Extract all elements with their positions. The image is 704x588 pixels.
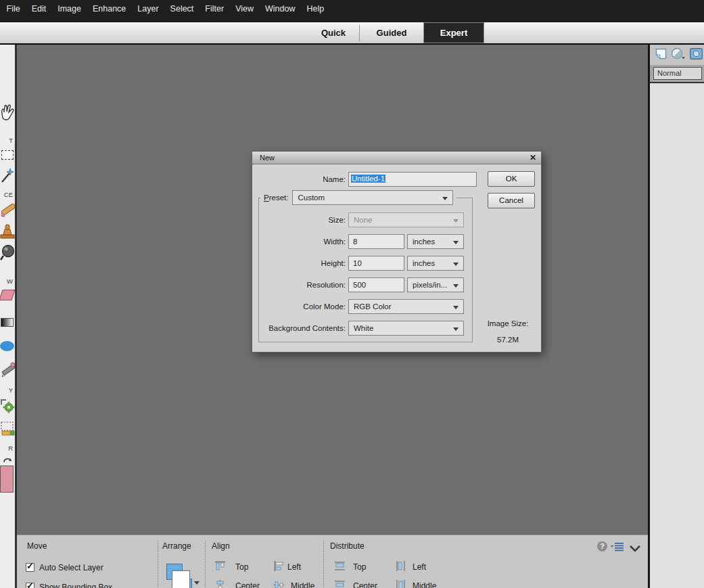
toolbox: T CE W Y xyxy=(0,45,15,588)
background-contents-select[interactable]: White xyxy=(348,321,464,336)
toolbox-group-label-enhance: CE xyxy=(0,191,13,198)
resolution-unit-select[interactable]: pixels/in... xyxy=(407,277,464,292)
move-section-title: Move xyxy=(27,541,47,551)
distribute-center-icon[interactable] xyxy=(335,580,345,588)
help-icon[interactable]: ? xyxy=(597,541,607,551)
section-divider xyxy=(323,541,324,588)
menu-image[interactable]: Image xyxy=(52,4,87,14)
color-mode-select[interactable]: RGB Color xyxy=(348,299,464,314)
check-icon: ✓ xyxy=(26,561,34,571)
recompose-tool-icon[interactable] xyxy=(0,398,15,418)
section-divider xyxy=(158,541,158,588)
resolution-label: Resolution: xyxy=(252,277,346,293)
align-center-label[interactable]: Center xyxy=(235,581,260,588)
show-bounding-box-label: Show Bounding Box xyxy=(39,583,112,588)
adjustment-layer-icon[interactable] xyxy=(671,47,686,63)
align-top-label[interactable]: Top xyxy=(235,562,248,572)
layers-panel-separator xyxy=(650,82,704,83)
distribute-center-label[interactable]: Center xyxy=(353,581,377,588)
eraser-tool-icon[interactable] xyxy=(0,290,15,300)
align-middle-icon[interactable] xyxy=(274,580,284,588)
distribute-top-icon[interactable] xyxy=(335,561,345,574)
align-middle-label[interactable]: Middle xyxy=(291,581,314,588)
distribute-left-label[interactable]: Left xyxy=(413,562,426,572)
width-input[interactable] xyxy=(348,234,404,249)
height-unit-select[interactable]: inches xyxy=(407,256,464,271)
show-bounding-box-checkbox[interactable]: ✓ xyxy=(26,583,34,588)
content-aware-move-tool-icon[interactable] xyxy=(0,420,15,440)
arrange-caret-icon xyxy=(194,581,200,585)
ok-button[interactable]: OK xyxy=(488,171,535,187)
mode-tab-bar: Quick Guided Expert xyxy=(0,22,704,43)
toolbox-group-label-modify: Y xyxy=(0,386,13,394)
dialog-title-bar[interactable]: New ✕ xyxy=(252,152,541,164)
shape-tool-icon[interactable] xyxy=(0,341,14,351)
rectangular-marquee-tool-icon[interactable] xyxy=(1,150,14,160)
magic-wand-tool-icon[interactable] xyxy=(0,168,15,187)
menu-window[interactable]: Window xyxy=(260,4,301,14)
distribute-section-title: Distribute xyxy=(330,541,365,551)
height-input[interactable] xyxy=(348,256,404,271)
preset-select[interactable]: Custom xyxy=(292,190,453,205)
toolbox-group-label-draw: W xyxy=(0,277,13,285)
toolbox-group-label-color: R xyxy=(0,445,13,452)
distribute-middle-label[interactable]: Middle xyxy=(413,581,436,588)
width-unit-select[interactable]: inches xyxy=(407,234,464,249)
menu-file[interactable]: File xyxy=(1,4,26,14)
layer-mask-icon[interactable] xyxy=(690,48,703,62)
new-document-dialog: New ✕ Name: Untitled-1 OK Cancel Preset:… xyxy=(252,151,542,353)
auto-select-layer-checkbox[interactable]: ✓ xyxy=(26,563,34,572)
menu-bar: File Edit Image Enhance Layer Select Fil… xyxy=(0,0,704,22)
align-center-icon[interactable] xyxy=(215,580,225,588)
blur-tool-icon[interactable] xyxy=(0,244,15,264)
height-label: Height: xyxy=(252,256,346,271)
menu-view[interactable]: View xyxy=(230,4,260,14)
foreground-color-swatch[interactable] xyxy=(0,466,14,493)
hand-tool-icon[interactable] xyxy=(0,104,15,125)
gradient-tool-icon[interactable] xyxy=(1,318,14,327)
background-contents-label: Background Contents: xyxy=(252,321,346,336)
resolution-input[interactable] xyxy=(348,277,404,292)
align-section-title: Align xyxy=(212,541,230,551)
distribute-top-label[interactable]: Top xyxy=(353,562,366,572)
dialog-title: New xyxy=(260,154,275,162)
new-layer-icon[interactable] xyxy=(655,48,667,62)
cancel-button[interactable]: Cancel xyxy=(488,193,535,208)
blend-mode-select[interactable]: Normal xyxy=(653,67,702,80)
auto-select-layer-label: Auto Select Layer xyxy=(39,563,103,572)
toolbox-group-label-select: T xyxy=(0,137,13,144)
spot-healing-brush-tool-icon[interactable] xyxy=(0,202,15,222)
menu-enhance[interactable]: Enhance xyxy=(87,4,131,14)
menu-filter[interactable]: Filter xyxy=(200,4,230,14)
arrange-section-title: Arrange xyxy=(162,541,191,551)
tool-options-panel: Move ✓ Auto Select Layer ✓ Show Bounding… xyxy=(17,535,648,588)
name-label: Name: xyxy=(252,172,346,187)
collapse-panel-chevron-icon[interactable] xyxy=(630,543,640,555)
size-select: None xyxy=(348,212,464,227)
name-input[interactable]: Untitled-1 xyxy=(348,172,477,187)
image-size-value: 57.2M xyxy=(474,336,542,344)
layers-panel: Normal xyxy=(650,45,704,588)
section-divider xyxy=(205,541,206,588)
tab-quick[interactable]: Quick xyxy=(308,28,359,38)
width-label: Width: xyxy=(252,234,346,250)
menu-layer[interactable]: Layer xyxy=(132,4,164,14)
distribute-left-icon[interactable] xyxy=(396,561,406,574)
menu-select[interactable]: Select xyxy=(164,4,200,14)
image-size-label: Image Size: xyxy=(474,319,542,327)
panel-menu-icon[interactable] xyxy=(611,542,624,554)
layers-panel-toolbar xyxy=(650,45,704,65)
distribute-middle-icon[interactable] xyxy=(396,580,406,588)
tab-expert[interactable]: Expert xyxy=(423,22,484,43)
align-left-label[interactable]: Left xyxy=(287,562,301,572)
align-left-icon[interactable] xyxy=(274,561,284,574)
align-top-icon[interactable] xyxy=(215,561,225,574)
check-icon: ✓ xyxy=(26,581,34,588)
pencil-tool-icon[interactable] xyxy=(0,362,15,382)
clone-stamp-tool-icon[interactable] xyxy=(0,222,15,242)
menu-edit[interactable]: Edit xyxy=(26,4,52,14)
menu-help[interactable]: Help xyxy=(301,4,330,14)
name-value-selected: Untitled-1 xyxy=(351,175,385,183)
close-icon[interactable]: ✕ xyxy=(530,153,536,162)
tab-guided[interactable]: Guided xyxy=(360,28,423,38)
